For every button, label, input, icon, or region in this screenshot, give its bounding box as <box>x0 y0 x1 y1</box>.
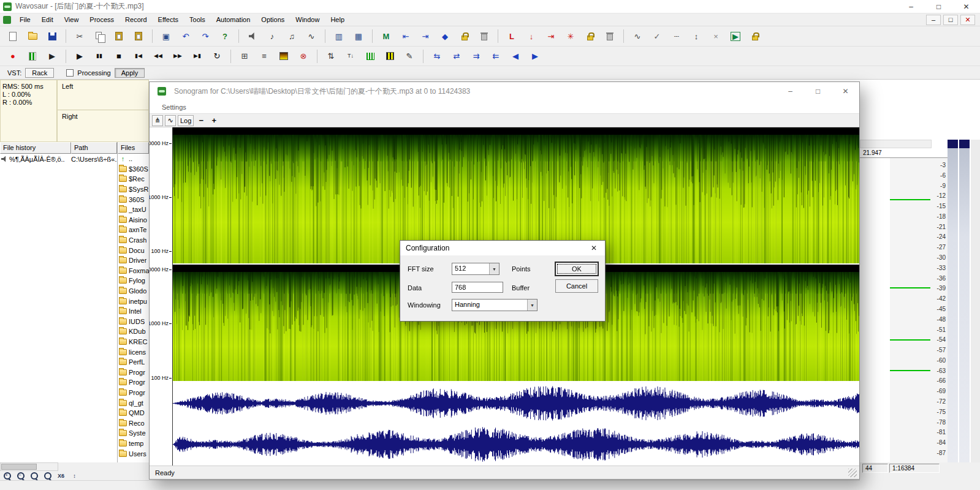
folder-item[interactable]: Progr <box>118 377 149 388</box>
folder-item[interactable]: Docu <box>118 245 149 255</box>
menu-record[interactable]: Record <box>120 14 152 25</box>
paste-mix-button[interactable] <box>129 28 148 45</box>
menu-options[interactable]: Options <box>256 14 290 25</box>
files-header[interactable]: Files <box>118 142 149 154</box>
zoom-horizontal-button[interactable]: X6 <box>55 472 67 481</box>
zoom-selection-button[interactable] <box>42 472 53 481</box>
copy-button[interactable] <box>90 28 108 45</box>
goto-start-button[interactable]: ▮◀ <box>129 48 148 64</box>
sonogram-zoom-out-button[interactable]: − <box>196 115 207 126</box>
channel-grid-alt-button[interactable]: ▦ <box>349 28 368 45</box>
vst-rack-button[interactable]: Rack <box>25 68 54 78</box>
folder-item[interactable]: ql_gt <box>118 398 149 408</box>
resample-button[interactable]: ⇅ <box>322 48 340 64</box>
sonogram-minimize-button[interactable]: – <box>777 82 804 100</box>
zoom-in-button[interactable]: + <box>1 472 13 481</box>
menu-view[interactable]: View <box>59 14 85 25</box>
envelope-tool-button[interactable]: ∿ <box>628 28 647 45</box>
processing-checkbox[interactable] <box>66 69 74 77</box>
sonogram-titlebar[interactable]: Sonogram for C:\Users\喵喵\Desktop\日常文件\后陆… <box>150 82 859 100</box>
select-left-button[interactable]: ◀ <box>506 48 525 64</box>
cancel-button[interactable]: Cancel <box>555 279 598 293</box>
menu-tools[interactable]: Tools <box>184 14 211 25</box>
folder-item[interactable]: KDub <box>118 326 149 337</box>
zoom-vertical-button[interactable]: ↕ <box>69 472 80 481</box>
folder-item[interactable]: Fylog <box>118 276 149 286</box>
statistics-button[interactable]: ≡ <box>255 48 273 64</box>
folder-item[interactable]: $SysR <box>118 184 149 195</box>
folder-item[interactable]: PerfL <box>118 357 149 368</box>
file-history-header[interactable]: File history <box>0 142 71 154</box>
menu-window[interactable]: Window <box>290 14 325 25</box>
redo-button[interactable]: ↷ <box>196 28 215 45</box>
save-file-button[interactable] <box>43 28 61 45</box>
folder-item[interactable]: temp <box>118 439 149 449</box>
play-from-cursor-button[interactable]: ▶ <box>43 48 61 64</box>
right-horizontal-scrollbar[interactable] <box>860 140 932 148</box>
folder-item[interactable]: inetpu <box>118 296 149 306</box>
marker-insert-button[interactable]: M <box>377 28 395 45</box>
mdi-restore-button[interactable]: □ <box>943 15 958 25</box>
envelope-clear-button[interactable]: × <box>707 28 725 45</box>
folder-up-item[interactable]: ↑ .. <box>118 154 149 164</box>
menu-automation[interactable]: Automation <box>211 14 256 25</box>
menu-file[interactable]: File <box>14 14 36 25</box>
right-to-left-button[interactable]: ⇇ <box>487 48 505 64</box>
folder-item[interactable]: Driver <box>118 255 149 266</box>
menu-help[interactable]: Help <box>325 14 350 25</box>
sonogram-wave-button[interactable]: ∿ <box>165 115 176 126</box>
folder-item[interactable]: Progr <box>118 388 149 398</box>
folder-item[interactable]: 360S <box>118 194 149 205</box>
level-history-button[interactable] <box>361 48 379 64</box>
windowing-combo[interactable]: Hanning ▼ <box>452 299 537 311</box>
apply-button[interactable]: Apply <box>115 68 145 78</box>
rewind-button[interactable]: ◀◀ <box>149 48 167 64</box>
input-monitor-button[interactable] <box>23 48 42 64</box>
zoom-out-button[interactable]: − <box>15 472 26 481</box>
folder-item[interactable]: Progr <box>118 367 149 377</box>
speaker-button[interactable] <box>243 28 262 45</box>
record-button[interactable]: ● <box>4 48 22 64</box>
windowing-dropdown-icon[interactable]: ▼ <box>527 300 537 311</box>
sonogram-close-button[interactable]: ✕ <box>832 82 859 100</box>
undo-button[interactable]: ↶ <box>177 28 195 45</box>
folder-item[interactable]: axnTe <box>118 225 149 235</box>
maximize-button[interactable]: □ <box>925 0 952 13</box>
scrollbar-thumb[interactable] <box>1 464 37 470</box>
cut-button[interactable]: ✂ <box>70 28 89 45</box>
midi-out-button[interactable]: ♫ <box>283 28 301 45</box>
configuration-close-button[interactable]: ✕ <box>583 241 605 255</box>
select-right-button[interactable]: ▶ <box>526 48 544 64</box>
fft-size-dropdown-icon[interactable]: ▼ <box>489 263 499 274</box>
envelope-apply-button[interactable]: ✓ <box>648 28 666 45</box>
folder-item[interactable]: Glodo <box>118 286 149 296</box>
midi-sync-button[interactable]: ∿ <box>302 28 321 45</box>
channel-convert-button[interactable]: ⇄ <box>447 48 466 64</box>
paste-button[interactable] <box>110 28 128 45</box>
resize-grip[interactable] <box>848 469 857 477</box>
goto-end-button[interactable]: ▶▮ <box>188 48 207 64</box>
folder-item[interactable]: QMD <box>118 408 149 418</box>
loop-burst-button[interactable]: ✳ <box>561 28 580 45</box>
insert-silence-button[interactable]: ⊞ <box>235 48 254 64</box>
marker-prev-button[interactable]: ⇤ <box>397 28 415 45</box>
open-file-button[interactable] <box>23 28 42 45</box>
sonogram-view-button[interactable] <box>275 48 293 64</box>
new-file-button[interactable] <box>4 28 22 45</box>
stop-button[interactable]: ■ <box>110 48 128 64</box>
channel-grid-button[interactable]: ▥ <box>330 28 348 45</box>
horizontal-scrollbar[interactable] <box>0 462 58 471</box>
zoom-full-button[interactable] <box>28 472 40 481</box>
trim-selection-button[interactable]: ▣ <box>157 28 175 45</box>
play-button[interactable]: ▶ <box>70 48 89 64</box>
menu-edit[interactable]: Edit <box>36 14 59 25</box>
help-button[interactable]: ? <box>216 28 234 45</box>
sonogram-maximize-button[interactable]: □ <box>804 82 832 100</box>
folder-item[interactable]: KREC <box>118 337 149 347</box>
sonogram-zoom-in-button[interactable]: + <box>208 115 219 126</box>
folder-item[interactable]: Syste <box>118 428 149 439</box>
marker-next-button[interactable]: ⇥ <box>416 28 435 45</box>
minimize-button[interactable]: – <box>897 0 925 13</box>
envelope-vzoom-button[interactable]: ↕ <box>687 28 705 45</box>
marker-delete-button[interactable] <box>475 28 493 45</box>
